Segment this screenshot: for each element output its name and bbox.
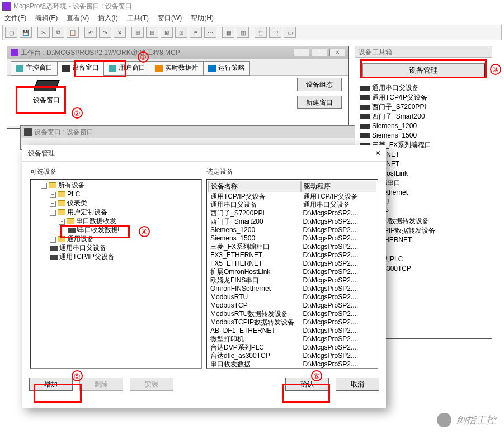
table-row[interactable]: 串口收发数据D:\McgsProSP2....: [208, 360, 376, 369]
tb-save[interactable]: 💾: [20, 27, 32, 38]
btn-install[interactable]: 安装: [130, 378, 173, 391]
table-row[interactable]: 通用TCP/IP父设备通用TCP/IP父设备: [208, 192, 376, 201]
workbench-tabs: 主控窗口 设备窗口 用户窗口 实时数据库 运行策略: [7, 59, 348, 76]
menubar: 文件(F) 编辑(E) 查看(V) 插入(I) 工具(T) 窗口(W) 帮助(H…: [0, 12, 504, 23]
toolbox-item[interactable]: Siemens_1200: [360, 121, 487, 131]
btn-new-window[interactable]: 新建窗口: [297, 96, 342, 109]
win-close[interactable]: ✕: [329, 49, 345, 56]
table-row[interactable]: 西门子_S7200PPID:\McgsProSP2....: [208, 209, 376, 218]
tb-del[interactable]: ✕: [114, 27, 126, 38]
device-window-icon: [24, 128, 32, 136]
tb-redo[interactable]: ↷: [99, 27, 111, 38]
tb-cut[interactable]: ✂: [37, 27, 50, 38]
chip-icon: [33, 80, 59, 91]
tb-a[interactable]: ⊞: [131, 27, 144, 38]
table-row[interactable]: 扩展OmronHostLinkD:\McgsProSP2....: [208, 268, 376, 276]
tb-undo[interactable]: ↶: [84, 27, 97, 38]
workbench-title: 工作台 : D:\MCGSPROSP2.1\WORK\新建工程8.MCP: [21, 48, 180, 58]
tb-i[interactable]: ⬚: [255, 27, 267, 38]
annotation-6-num: ⑥: [311, 370, 322, 381]
device-window-title: 设备窗口 : 设备窗口: [34, 128, 93, 137]
btn-cancel[interactable]: 取消: [336, 378, 379, 391]
annotation-5-num: ⑤: [72, 370, 83, 381]
app-title: McgsPro组态环境 - 设备窗口 : 设备窗口: [13, 2, 132, 11]
toolbox-item[interactable]: 通用TCP/IP父设备: [360, 93, 487, 102]
tb-new[interactable]: ▢: [5, 27, 17, 38]
table-row[interactable]: 通用串口父设备通用串口父设备: [208, 201, 376, 209]
menu-help[interactable]: 帮助(H): [191, 13, 214, 23]
tb-k[interactable]: ▭: [284, 27, 296, 38]
menu-insert[interactable]: 插入(I): [98, 13, 117, 23]
table-row[interactable]: AB_DF1_ETHERNETD:\McgsProSP2....: [208, 327, 376, 335]
tab-main[interactable]: 主控窗口: [11, 61, 58, 76]
tb-f[interactable]: ⋯: [204, 27, 216, 38]
table-row[interactable]: FX5_ETHERNETD:\McgsProSP2....: [208, 260, 376, 268]
tb-g[interactable]: ▦: [222, 27, 234, 38]
table-row[interactable]: 微型打印机D:\McgsProSP2....: [208, 335, 376, 343]
btn-device-config[interactable]: 设备组态: [297, 78, 342, 91]
workbench-icon: [11, 49, 18, 56]
table-row[interactable]: ModbusRTUD:\McgsProSP2....: [208, 293, 376, 301]
menu-view[interactable]: 查看(V): [67, 13, 89, 23]
tb-c[interactable]: ⊠: [161, 27, 173, 38]
workbench-window: 工作台 : D:\MCGSPROSP2.1\WORK\新建工程8.MCP – □…: [7, 46, 349, 129]
menu-edit[interactable]: 编辑(E): [35, 13, 58, 23]
tab-device[interactable]: 设备窗口: [57, 61, 104, 76]
chip-label: 设备窗口: [18, 96, 74, 105]
dialog-title: 设备管理: [28, 149, 55, 158]
tb-b[interactable]: ⊟: [146, 27, 158, 38]
btn-delete[interactable]: 删除: [79, 378, 123, 391]
win-min[interactable]: –: [294, 49, 309, 56]
device-icon-area[interactable]: 设备窗口: [18, 80, 74, 114]
tb-e[interactable]: ≡: [190, 27, 202, 38]
btn-ok[interactable]: 确认: [285, 378, 329, 391]
tb-j[interactable]: ⬚: [269, 27, 281, 38]
device-management-button[interactable]: 设备管理: [362, 63, 485, 78]
annotation-1-num: ①: [138, 51, 149, 63]
col-name[interactable]: 设备名称: [208, 181, 301, 192]
app-titlebar: McgsPro组态环境 - 设备窗口 : 设备窗口: [0, 0, 504, 12]
table-row[interactable]: FX3_ETHERNETD:\McgsProSP2....: [208, 251, 376, 260]
available-label: 可选设备: [30, 167, 202, 177]
tb-paste[interactable]: 📋: [67, 27, 79, 38]
menu-file[interactable]: 文件(F): [4, 13, 26, 23]
toolbox-item[interactable]: 西门子_S7200PPI: [360, 102, 487, 112]
table-row[interactable]: 三菱_FX系列编程口D:\McgsProSP2....: [208, 243, 376, 251]
selected-table[interactable]: 设备名称 驱动程序 通用TCP/IP父设备通用TCP/IP父设备通用串口父设备通…: [206, 179, 378, 369]
table-row[interactable]: Siemens_1500D:\McgsProSP2....: [208, 234, 376, 243]
device-window-titlebar[interactable]: 设备窗口 : 设备窗口: [21, 126, 378, 138]
table-row[interactable]: 西门子_Smart200D:\McgsProSP2....: [208, 218, 376, 226]
tree-selected-item[interactable]: 串口收发数据: [68, 225, 200, 234]
available-tree[interactable]: -所有设备 +PLC +仪表类 -用户定制设备 -串口数据收发 串口收发数据: [30, 179, 202, 369]
toolbox-item[interactable]: Siemens_1500: [360, 131, 487, 140]
selected-label: 选定设备: [206, 167, 378, 177]
menu-tool[interactable]: 工具(T): [127, 13, 149, 23]
btn-add[interactable]: 增加: [29, 378, 73, 391]
tb-copy[interactable]: ⧉: [52, 27, 64, 38]
watermark: 剑指工控: [437, 413, 496, 427]
tab-strategy[interactable]: 运行策略: [203, 61, 250, 76]
workbench-titlebar[interactable]: 工作台 : D:\MCGSPROSP2.1\WORK\新建工程8.MCP – □…: [7, 46, 348, 59]
table-row[interactable]: Siemens_1200D:\McgsProSP2....: [208, 226, 376, 234]
table-row[interactable]: OmronFINSethernetD:\McgsProSP2....: [208, 285, 376, 293]
table-row[interactable]: ModbusTCPIP数据转发设备D:\McgsProSP2....: [208, 318, 376, 327]
table-row[interactable]: ModbusTCPD:\McgsProSP2....: [208, 301, 376, 310]
toolbox-item[interactable]: 通用串口父设备: [360, 83, 487, 93]
win-max[interactable]: □: [312, 49, 327, 56]
tab-user[interactable]: 用户窗口: [103, 61, 150, 76]
toolbox-item[interactable]: 西门子_Smart200: [360, 112, 487, 121]
tb-h[interactable]: ▥: [237, 27, 249, 38]
toolbox-title: 设备工具箱: [355, 46, 492, 58]
table-row[interactable]: 欧姆龙FINS串口D:\McgsProSP2....: [208, 276, 376, 285]
dialog-close[interactable]: ×: [375, 148, 380, 158]
annotation-4-num: ④: [139, 226, 150, 237]
table-row[interactable]: 台达dtle_as300TCPD:\McgsProSP2....: [208, 352, 376, 360]
tb-d[interactable]: ⊡: [175, 27, 187, 38]
watermark-text: 剑指工控: [456, 413, 496, 427]
table-row[interactable]: ModbusRTU数据转发设备D:\McgsProSP2....: [208, 310, 376, 318]
col-driver[interactable]: 驱动程序: [301, 181, 376, 192]
menu-window[interactable]: 窗口(W): [158, 13, 182, 23]
annotation-3-num: ③: [490, 64, 501, 75]
table-row[interactable]: 台达DVP系列PLCD:\McgsProSP2....: [208, 343, 376, 352]
tab-rtdb[interactable]: 实时数据库: [150, 61, 204, 76]
